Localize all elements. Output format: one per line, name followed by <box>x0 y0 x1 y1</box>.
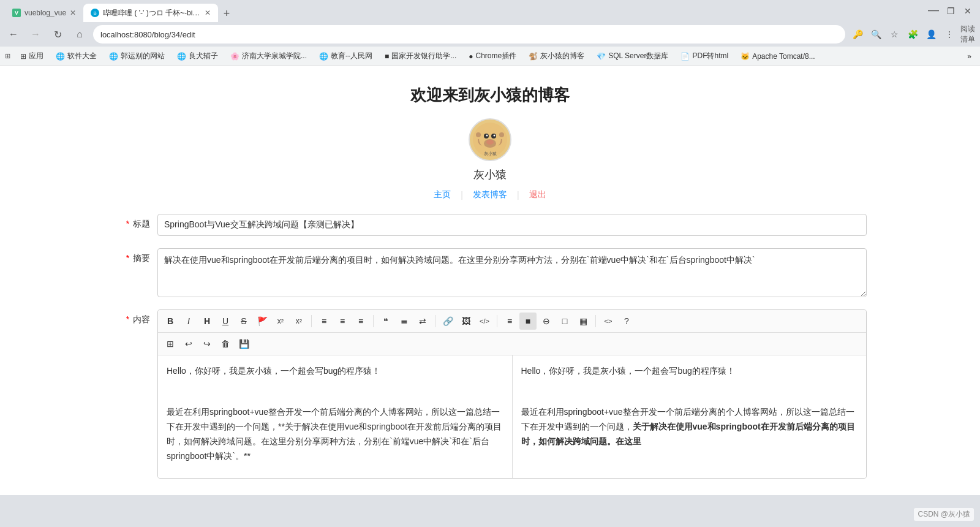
editor-right-bold: 关于解决在使用vue和springboot在开发前后端分离的项目时，如何解决跨域… <box>521 422 855 446</box>
svg-point-11 <box>476 132 481 137</box>
bookmarks-bar: ⊞ ⊞ 应用 🌐 软件大全 🌐 郭运别的网站 🌐 良犬辅子 🌸 济南大学泉城学院… <box>0 47 980 66</box>
form-area: * 标题 * 摘要 解决在使用vue和springboot在开发前后端分离的项目… <box>101 214 879 479</box>
home-button[interactable]: ⌂ <box>71 26 88 43</box>
toolbar-superscript[interactable]: x2 <box>272 313 289 330</box>
bookmark-chrome[interactable]: ● Chrome插件 <box>464 50 521 63</box>
toolbar-align-right[interactable]: ≡ <box>352 313 369 330</box>
toolbar-preview[interactable]: □ <box>556 313 573 330</box>
bookmark-star-icon[interactable]: ☆ <box>887 27 902 42</box>
bookmark-edu[interactable]: 🌐 教育--人民网 <box>314 50 377 63</box>
site-header: 欢迎来到灰小猿的博客 <box>0 66 980 214</box>
svg-point-13 <box>499 132 504 137</box>
content-label-text: 内容 <box>133 314 150 324</box>
bookmark-tomcat[interactable]: 🐱 Apache Tomcat/8... <box>736 51 820 62</box>
toolbar-more[interactable]: ≡ <box>501 313 518 330</box>
toolbar-table[interactable]: ⊞ <box>162 335 179 352</box>
password-icon[interactable]: 🔑 <box>850 27 865 42</box>
toolbar-redo[interactable]: ↪ <box>198 335 216 352</box>
form-row-content: * 内容 B I H U S 🚩 x2 x2 <box>113 309 867 479</box>
bookmarks-more-button[interactable]: » <box>963 51 975 62</box>
new-tab-button[interactable]: + <box>218 5 235 22</box>
guo-icon: 🌐 <box>109 52 118 61</box>
bookmark-blog-label: 灰小猿的博客 <box>540 51 584 61</box>
summary-label-text: 摘要 <box>133 253 150 263</box>
browser-window: V vueblog_vue ✕ B 哔哩哔哩 ( '-' )つロ 千杯~-bil… <box>0 0 980 527</box>
editor-left-pane[interactable]: Hello，你好呀，我是灰小猿，一个超会写bug的程序猿！ 最近在利用sprin… <box>158 355 513 479</box>
tab-close-vueblog[interactable]: ✕ <box>70 9 76 17</box>
toolbar-flag[interactable]: 🚩 <box>254 313 271 330</box>
bookmark-guo[interactable]: 🌐 郭运别的网站 <box>104 50 170 63</box>
summary-textarea[interactable]: 解决在使用vue和springboot在开发前后端分离的项目时，如何解决跨域问题… <box>157 248 867 297</box>
bookmark-bank[interactable]: ■ 国家开发银行助学... <box>380 50 461 63</box>
back-button[interactable]: ← <box>5 26 22 43</box>
minimize-button[interactable]: — <box>926 4 941 18</box>
toolbar-html[interactable]: <> <box>600 313 617 330</box>
toolbar-underline[interactable]: U <box>217 313 234 330</box>
content-required: * <box>126 314 129 324</box>
address-bar: ← → ↻ ⌂ 🔑 🔍 ☆ 🧩 👤 ⋮ 阅读清单 <box>0 22 980 47</box>
toolbar-heading[interactable]: H <box>198 313 216 330</box>
title-required: * <box>126 219 129 229</box>
bookmark-edu-label: 教育--人民网 <box>331 51 372 61</box>
toolbar-fullscreen[interactable]: ⊖ <box>538 313 555 330</box>
tab-vueblog[interactable]: V vueblog_vue ✕ <box>5 4 83 22</box>
toolbar-ordered-list[interactable]: ≣ <box>396 313 413 330</box>
pdf-icon: 📄 <box>680 52 690 61</box>
toolbar-strikethrough[interactable]: S <box>235 313 252 330</box>
reader-mode-icon[interactable]: 阅读清单 <box>960 27 975 42</box>
maximize-button[interactable]: ❐ <box>943 4 958 18</box>
nav-post-link[interactable]: 发表博客 <box>463 189 517 202</box>
content-label: * 内容 <box>113 309 150 325</box>
user-name: 灰小猿 <box>0 167 980 182</box>
refresh-button[interactable]: ↻ <box>49 26 66 43</box>
toolbar-code[interactable]: </> <box>476 313 493 330</box>
toolbar-italic[interactable]: I <box>180 313 197 330</box>
toolbar-blockquote[interactable]: ❝ <box>377 313 394 330</box>
toolbar-help[interactable]: ? <box>618 313 635 330</box>
toolbar-delete[interactable]: 🗑 <box>217 335 234 352</box>
jinan-icon: 🌸 <box>230 52 239 61</box>
editor-right-line1: Hello，你好呀，我是灰小猿，一个超会写bug的程序猿！ <box>521 364 858 379</box>
tab-title-vueblog: vueblog_vue <box>24 9 66 17</box>
bookmark-jinan[interactable]: 🌸 济南大学泉城学院... <box>225 50 312 63</box>
toolbar-unordered-list[interactable]: ⇄ <box>414 313 431 330</box>
toolbar-link[interactable]: 🔗 <box>439 313 456 330</box>
bank-icon: ■ <box>385 52 389 61</box>
bookmark-pdf[interactable]: 📄 PDF转html <box>676 50 733 63</box>
toolbar-sep-4 <box>497 315 497 327</box>
menu-icon[interactable]: ⋮ <box>942 27 957 42</box>
toolbar-undo[interactable]: ↩ <box>180 335 197 352</box>
close-button[interactable]: ✕ <box>960 4 975 18</box>
tab-favicon-bilibili: B <box>91 9 99 17</box>
extensions-icon[interactable]: 🧩 <box>905 27 920 42</box>
nav-home-link[interactable]: 主页 <box>424 189 461 202</box>
bookmark-software[interactable]: 🌐 软件大全 <box>51 50 102 63</box>
bookmark-dog[interactable]: 🌐 良犬辅子 <box>172 50 223 63</box>
toolbar-bold[interactable]: B <box>162 313 179 330</box>
bookmark-apps[interactable]: ⊞ 应用 <box>15 50 48 63</box>
tab-close-bilibili[interactable]: ✕ <box>205 9 211 17</box>
bookmark-sql[interactable]: 💎 SQL Server数据库 <box>592 50 673 63</box>
editor-left-line3: 最近在利用springboot+vue整合开发一个前后端分离的个人博客网站，所以… <box>167 405 503 463</box>
address-input[interactable] <box>93 25 845 44</box>
avatar-container: 灰小猿 <box>0 118 980 161</box>
profile-icon[interactable]: 👤 <box>924 27 938 42</box>
nav-logout-link[interactable]: 退出 <box>519 189 556 202</box>
bookmark-jinan-label: 济南大学泉城学院... <box>242 51 307 61</box>
svg-point-9 <box>486 140 494 145</box>
software-icon: 🌐 <box>56 52 65 61</box>
zoom-icon[interactable]: 🔍 <box>869 27 883 42</box>
sql-icon: 💎 <box>597 52 606 61</box>
forward-button[interactable]: → <box>27 26 44 43</box>
toolbar-source[interactable]: ■ <box>519 313 537 330</box>
toolbar-subscript[interactable]: x2 <box>290 313 307 330</box>
title-input[interactable] <box>157 214 867 236</box>
toolbar-image[interactable]: 🖼 <box>458 313 475 330</box>
toolbar-align-center[interactable]: ≡ <box>334 313 351 330</box>
bookmark-blog[interactable]: 🐒 灰小猿的博客 <box>524 50 589 63</box>
editor-left-line1: Hello，你好呀，我是灰小猿，一个超会写bug的程序猿！ <box>167 364 503 379</box>
toolbar-align-left[interactable]: ≡ <box>315 313 333 330</box>
toolbar-save[interactable]: 💾 <box>235 335 252 352</box>
tab-bilibili[interactable]: B 哔哩哔哩 ( '-' )つロ 千杯~-bili... ✕ <box>83 4 218 22</box>
toolbar-split[interactable]: ▦ <box>575 313 592 330</box>
